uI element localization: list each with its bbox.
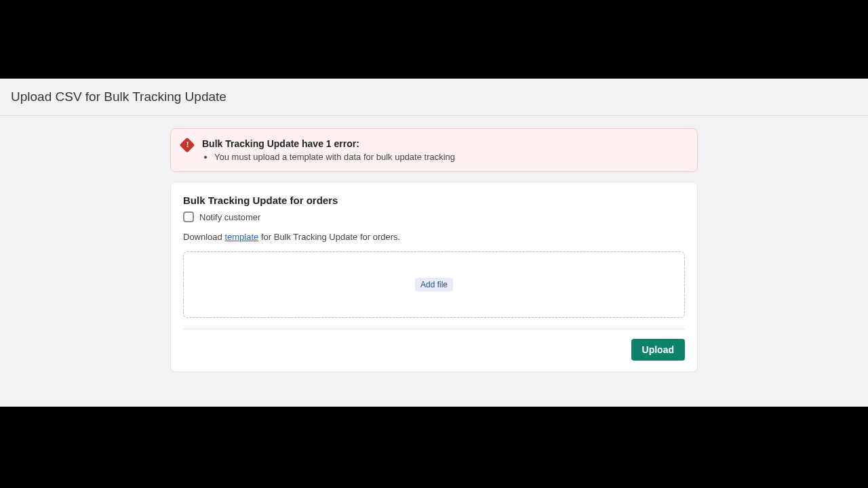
upload-card: Bulk Tracking Update for orders Notify c… bbox=[170, 182, 698, 372]
app-frame: Upload CSV for Bulk Tracking Update Bulk… bbox=[0, 79, 868, 407]
error-item: You must upload a template with data for… bbox=[214, 152, 686, 162]
download-suffix: for Bulk Tracking Update for orders. bbox=[258, 232, 400, 242]
error-banner: Bulk Tracking Update have 1 error: You m… bbox=[170, 128, 698, 172]
error-list: You must upload a template with data for… bbox=[202, 152, 686, 162]
notify-checkbox[interactable] bbox=[183, 211, 194, 222]
download-prefix: Download bbox=[183, 232, 224, 242]
download-line: Download template for Bulk Tracking Upda… bbox=[183, 232, 685, 242]
card-footer: Upload bbox=[183, 329, 685, 361]
upload-button[interactable]: Upload bbox=[631, 339, 685, 361]
error-title: Bulk Tracking Update have 1 error: bbox=[202, 138, 686, 149]
template-link[interactable]: template bbox=[224, 232, 258, 242]
page-title: Upload CSV for Bulk Tracking Update bbox=[11, 89, 226, 104]
notify-label: Notify customer bbox=[199, 212, 260, 222]
header-bar: Upload CSV for Bulk Tracking Update bbox=[0, 79, 868, 116]
alert-icon bbox=[180, 138, 195, 153]
add-file-button[interactable]: Add file bbox=[415, 278, 453, 291]
error-body: Bulk Tracking Update have 1 error: You m… bbox=[202, 138, 686, 162]
file-dropzone[interactable]: Add file bbox=[183, 251, 685, 318]
card-title: Bulk Tracking Update for orders bbox=[183, 195, 685, 206]
notify-checkbox-row: Notify customer bbox=[183, 211, 685, 222]
content-area: Bulk Tracking Update have 1 error: You m… bbox=[0, 116, 868, 372]
